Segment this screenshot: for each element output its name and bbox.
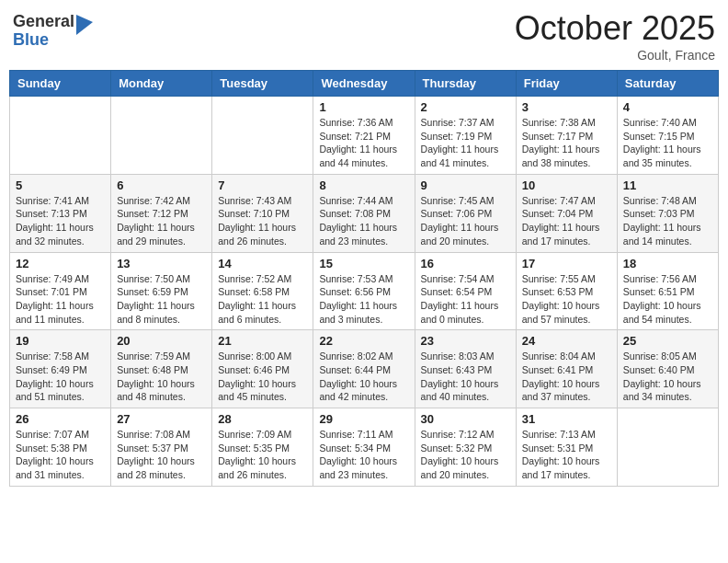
logo: General Blue (13, 13, 93, 50)
calendar-cell: 29Sunrise: 7:11 AMSunset: 5:34 PMDayligh… (313, 408, 415, 487)
title-block: October 2025 Goult, France (515, 9, 715, 63)
day-number: 12 (16, 257, 105, 270)
day-number: 24 (522, 334, 611, 348)
calendar-week-row: 1Sunrise: 7:36 AMSunset: 7:21 PMDaylight… (10, 97, 719, 175)
calendar-week-row: 26Sunrise: 7:07 AMSunset: 5:38 PMDayligh… (10, 408, 719, 487)
calendar-cell: 31Sunrise: 7:13 AMSunset: 5:31 PMDayligh… (516, 408, 617, 487)
day-info: Sunrise: 8:00 AMSunset: 6:46 PMDaylight:… (218, 350, 307, 404)
day-number: 28 (218, 412, 307, 426)
calendar-cell: 12Sunrise: 7:49 AMSunset: 7:01 PMDayligh… (10, 252, 111, 330)
day-number: 3 (522, 100, 611, 114)
day-info: Sunrise: 7:45 AMSunset: 7:06 PMDaylight:… (421, 194, 510, 248)
day-info: Sunrise: 7:47 AMSunset: 7:04 PMDaylight:… (522, 194, 611, 248)
day-header-sunday: Sunday (10, 71, 111, 97)
logo-general-text: General (13, 13, 74, 31)
calendar-cell: 3Sunrise: 7:38 AMSunset: 7:17 PMDaylight… (516, 97, 617, 175)
day-number: 17 (522, 257, 611, 270)
day-info: Sunrise: 7:36 AMSunset: 7:21 PMDaylight:… (319, 116, 408, 170)
calendar-cell: 19Sunrise: 7:58 AMSunset: 6:49 PMDayligh… (10, 330, 111, 408)
day-number: 31 (522, 412, 611, 426)
calendar-cell: 14Sunrise: 7:52 AMSunset: 6:58 PMDayligh… (212, 252, 313, 330)
calendar-cell: 10Sunrise: 7:47 AMSunset: 7:04 PMDayligh… (516, 174, 617, 252)
calendar-cell (617, 408, 718, 487)
day-info: Sunrise: 8:02 AMSunset: 6:44 PMDaylight:… (319, 350, 408, 404)
calendar-cell: 23Sunrise: 8:03 AMSunset: 6:43 PMDayligh… (415, 330, 516, 408)
day-number: 20 (117, 334, 206, 348)
day-header-friday: Friday (516, 71, 617, 97)
day-info: Sunrise: 7:40 AMSunset: 7:15 PMDaylight:… (623, 116, 712, 170)
day-number: 4 (623, 100, 712, 114)
day-number: 11 (623, 178, 712, 192)
calendar-cell: 26Sunrise: 7:07 AMSunset: 5:38 PMDayligh… (10, 408, 111, 487)
day-info: Sunrise: 7:42 AMSunset: 7:12 PMDaylight:… (117, 194, 206, 248)
calendar-table: SundayMondayTuesdayWednesdayThursdayFrid… (9, 70, 719, 487)
calendar-cell: 21Sunrise: 8:00 AMSunset: 6:46 PMDayligh… (212, 330, 313, 408)
day-number: 5 (16, 178, 105, 192)
day-info: Sunrise: 7:49 AMSunset: 7:01 PMDaylight:… (16, 272, 105, 327)
day-number: 30 (421, 412, 510, 426)
calendar-cell: 20Sunrise: 7:59 AMSunset: 6:48 PMDayligh… (111, 330, 212, 408)
svg-marker-0 (76, 15, 93, 35)
day-info: Sunrise: 7:09 AMSunset: 5:35 PMDaylight:… (218, 428, 307, 482)
day-number: 27 (117, 412, 206, 426)
calendar-cell: 28Sunrise: 7:09 AMSunset: 5:35 PMDayligh… (212, 408, 313, 487)
day-number: 10 (522, 178, 611, 192)
logo-blue-text: Blue (13, 31, 74, 50)
calendar-week-row: 12Sunrise: 7:49 AMSunset: 7:01 PMDayligh… (10, 252, 719, 330)
day-info: Sunrise: 7:12 AMSunset: 5:32 PMDaylight:… (421, 428, 510, 482)
day-number: 26 (16, 412, 105, 426)
location: Goult, France (515, 48, 715, 63)
day-number: 19 (16, 334, 105, 348)
day-header-tuesday: Tuesday (212, 71, 313, 97)
day-info: Sunrise: 7:54 AMSunset: 6:54 PMDaylight:… (421, 272, 510, 327)
calendar-cell (212, 97, 313, 175)
logo-icon (76, 15, 93, 35)
day-header-saturday: Saturday (617, 71, 718, 97)
calendar-cell: 13Sunrise: 7:50 AMSunset: 6:59 PMDayligh… (111, 252, 212, 330)
calendar-cell: 22Sunrise: 8:02 AMSunset: 6:44 PMDayligh… (313, 330, 415, 408)
day-number: 1 (319, 100, 408, 114)
day-number: 6 (117, 178, 206, 192)
calendar-cell: 18Sunrise: 7:56 AMSunset: 6:51 PMDayligh… (617, 252, 718, 330)
calendar-cell: 15Sunrise: 7:53 AMSunset: 6:56 PMDayligh… (313, 252, 415, 330)
day-info: Sunrise: 7:08 AMSunset: 5:37 PMDaylight:… (117, 428, 206, 482)
day-info: Sunrise: 7:07 AMSunset: 5:38 PMDaylight:… (16, 428, 105, 482)
day-number: 18 (623, 257, 712, 270)
calendar-cell: 24Sunrise: 8:04 AMSunset: 6:41 PMDayligh… (516, 330, 617, 408)
day-info: Sunrise: 7:41 AMSunset: 7:13 PMDaylight:… (16, 194, 105, 248)
day-number: 29 (319, 412, 408, 426)
calendar-cell: 9Sunrise: 7:45 AMSunset: 7:06 PMDaylight… (415, 174, 516, 252)
day-number: 7 (218, 178, 307, 192)
day-info: Sunrise: 7:13 AMSunset: 5:31 PMDaylight:… (522, 428, 611, 482)
calendar-week-row: 5Sunrise: 7:41 AMSunset: 7:13 PMDaylight… (10, 174, 719, 252)
day-header-wednesday: Wednesday (313, 71, 415, 97)
day-number: 2 (421, 100, 510, 114)
calendar-cell: 4Sunrise: 7:40 AMSunset: 7:15 PMDaylight… (617, 97, 718, 175)
day-info: Sunrise: 7:11 AMSunset: 5:34 PMDaylight:… (319, 428, 408, 482)
calendar-cell: 11Sunrise: 7:48 AMSunset: 7:03 PMDayligh… (617, 174, 718, 252)
day-info: Sunrise: 7:59 AMSunset: 6:48 PMDaylight:… (117, 350, 206, 404)
day-number: 16 (421, 257, 510, 270)
day-number: 14 (218, 257, 307, 270)
day-info: Sunrise: 7:50 AMSunset: 6:59 PMDaylight:… (117, 272, 206, 327)
calendar-cell (10, 97, 111, 175)
calendar-cell: 7Sunrise: 7:43 AMSunset: 7:10 PMDaylight… (212, 174, 313, 252)
day-info: Sunrise: 7:58 AMSunset: 6:49 PMDaylight:… (16, 350, 105, 404)
calendar-cell (111, 97, 212, 175)
calendar-cell: 17Sunrise: 7:55 AMSunset: 6:53 PMDayligh… (516, 252, 617, 330)
calendar-week-row: 19Sunrise: 7:58 AMSunset: 6:49 PMDayligh… (10, 330, 719, 408)
day-info: Sunrise: 7:43 AMSunset: 7:10 PMDaylight:… (218, 194, 307, 248)
day-info: Sunrise: 7:53 AMSunset: 6:56 PMDaylight:… (319, 272, 408, 327)
calendar-cell: 1Sunrise: 7:36 AMSunset: 7:21 PMDaylight… (313, 97, 415, 175)
day-number: 21 (218, 334, 307, 348)
day-info: Sunrise: 7:55 AMSunset: 6:53 PMDaylight:… (522, 272, 611, 327)
month-title: October 2025 (515, 9, 715, 48)
calendar-cell: 30Sunrise: 7:12 AMSunset: 5:32 PMDayligh… (415, 408, 516, 487)
day-number: 22 (319, 334, 408, 348)
day-info: Sunrise: 7:48 AMSunset: 7:03 PMDaylight:… (623, 194, 712, 248)
day-number: 13 (117, 257, 206, 270)
day-number: 15 (319, 257, 408, 270)
day-number: 23 (421, 334, 510, 348)
day-header-thursday: Thursday (415, 71, 516, 97)
calendar-cell: 27Sunrise: 7:08 AMSunset: 5:37 PMDayligh… (111, 408, 212, 487)
